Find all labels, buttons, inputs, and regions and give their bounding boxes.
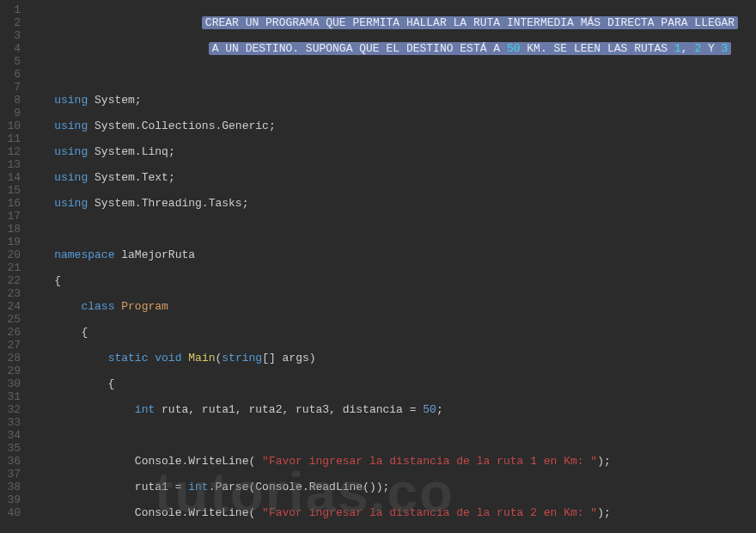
line-4: using System;	[27, 94, 756, 107]
line-number: 38	[3, 481, 21, 493]
code-area[interactable]: CREAR UN PROGRAMA QUE PERMITA HALLAR LA …	[27, 0, 756, 533]
line-number: 18	[3, 223, 21, 236]
line-number: 5	[3, 55, 21, 68]
comment-header-2: A UN DESTINO. SUPONGA QUE EL DESTINO EST…	[209, 42, 732, 55]
line-14: static void Main(string[] args)	[27, 352, 756, 365]
line-number: 10	[3, 119, 21, 132]
line-number: 32	[3, 403, 21, 416]
line-number: 30	[3, 377, 21, 390]
line-number: 8	[3, 94, 21, 107]
line-number: 40	[3, 506, 21, 519]
line-3	[27, 68, 756, 81]
line-number: 14	[3, 171, 21, 184]
line-number: 23	[3, 287, 21, 300]
comment-header-1: CREAR UN PROGRAMA QUE PERMITA HALLAR LA …	[202, 16, 738, 29]
line-6: using System.Linq;	[27, 145, 756, 158]
line-17	[27, 429, 756, 442]
line-number: 9	[3, 107, 21, 119]
line-number: 16	[3, 197, 21, 210]
line-16: int ruta, ruta1, ruta2, ruta3, distancia…	[27, 403, 756, 416]
line-number: 21	[3, 261, 21, 274]
line-number: 27	[3, 339, 21, 352]
line-number: 34	[3, 429, 21, 442]
line-1: CREAR UN PROGRAMA QUE PERMITA HALLAR LA …	[27, 16, 756, 29]
line-number: 25	[3, 313, 21, 326]
line-number: 24	[3, 300, 21, 313]
line-number: 39	[3, 493, 21, 506]
line-12: class Program	[27, 300, 756, 313]
line-number: 3	[3, 29, 21, 42]
line-number-gutter: 1234567891011121314151617181920212223242…	[0, 0, 27, 533]
line-number: 2	[3, 16, 21, 29]
line-13: {	[27, 326, 756, 339]
line-number: 26	[3, 326, 21, 339]
line-9	[27, 223, 756, 236]
line-number: 13	[3, 158, 21, 171]
line-number: 4	[3, 42, 21, 55]
line-10: namespace laMejorRuta	[27, 248, 756, 261]
line-number: 7	[3, 81, 21, 94]
line-11: {	[27, 274, 756, 287]
line-number: 36	[3, 455, 21, 468]
code-editor[interactable]: 1234567891011121314151617181920212223242…	[0, 0, 756, 533]
line-5: using System.Collections.Generic;	[27, 119, 756, 132]
line-8: using System.Threading.Tasks;	[27, 197, 756, 210]
line-number: 12	[3, 145, 21, 158]
line-2: A UN DESTINO. SUPONGA QUE EL DESTINO EST…	[27, 42, 756, 55]
line-15: {	[27, 377, 756, 390]
line-number: 15	[3, 184, 21, 197]
line-number: 31	[3, 390, 21, 403]
line-number: 33	[3, 416, 21, 429]
line-number: 37	[3, 468, 21, 481]
line-19: ruta1 = int.Parse(Console.ReadLine());	[27, 481, 756, 493]
line-number: 35	[3, 442, 21, 455]
line-number: 20	[3, 248, 21, 261]
line-7: using System.Text;	[27, 171, 756, 184]
line-number: 22	[3, 274, 21, 287]
line-number: 29	[3, 365, 21, 377]
line-number: 11	[3, 132, 21, 145]
line-number: 28	[3, 352, 21, 365]
line-number: 19	[3, 236, 21, 248]
line-18: Console.WriteLine( "Favor ingresar la di…	[27, 455, 756, 468]
line-number: 17	[3, 210, 21, 223]
line-number: 6	[3, 68, 21, 81]
line-20: Console.WriteLine( "Favor ingresar la di…	[27, 506, 756, 519]
line-number: 1	[3, 3, 21, 16]
